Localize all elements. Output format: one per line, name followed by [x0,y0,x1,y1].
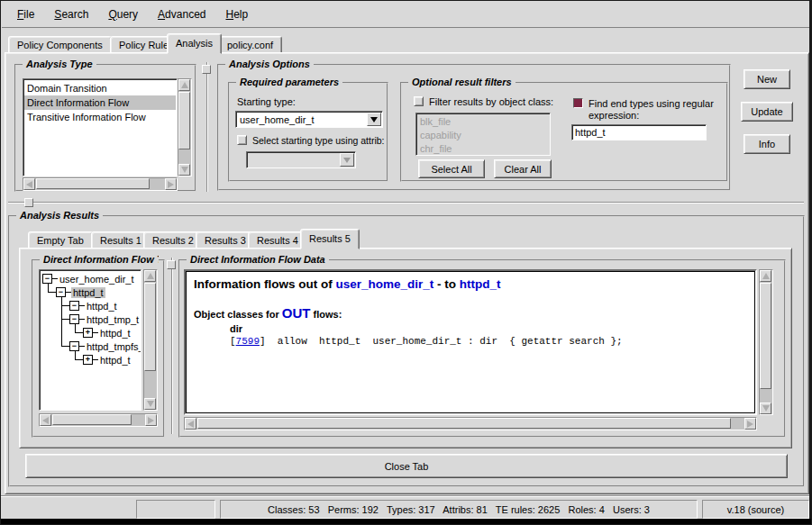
pane-sash-handle[interactable] [202,65,211,74]
starting-type-combobox[interactable]: user_home_dir_t [235,111,383,128]
analysis-type-list: Domain Transition Direct Information Flo… [23,78,178,177]
tree-node-label[interactable]: httpd_tmp_t [85,314,141,325]
menu-advanced[interactable]: Advanced [148,5,215,24]
collapse-icon[interactable]: − [69,314,79,324]
tree-node-label[interactable]: httpd_t [98,328,132,339]
pane-sash-handle[interactable] [24,198,33,207]
tree-node-label[interactable]: httpd_tmpfs_t [85,341,141,352]
tab-results-5[interactable]: Results 5 [300,229,360,249]
tab-results-3[interactable]: Results 3 [196,231,255,249]
tab-policy-components[interactable]: Policy Components [8,36,112,53]
filter-by-class-checkbox[interactable] [414,96,424,106]
tree-node[interactable]: + httpd_t [83,353,132,367]
scroll-right-icon[interactable] [165,178,177,190]
expand-icon[interactable]: + [83,328,93,338]
object-class-item: blk_file [417,115,549,129]
filter-by-class-checkbox-row[interactable]: Filter results by object class: [414,96,553,107]
list-item-direct-information-flow[interactable]: Direct Information Flow [24,95,176,110]
scroll-right-icon[interactable] [744,418,756,430]
list-item-transitive-information-flow[interactable]: Transitive Information Flow [24,110,176,124]
scroll-thumb[interactable] [52,414,132,425]
scroll-down-icon[interactable] [144,398,156,410]
scroll-left-icon[interactable] [40,414,51,426]
scroll-thumb[interactable] [197,418,731,429]
window-border [1,519,811,524]
new-button[interactable]: New [744,69,790,89]
required-parameters-legend: Required parameters [236,77,342,87]
update-button[interactable]: Update [741,102,793,122]
tree-node-label[interactable]: user_home_dir_t [58,274,136,285]
menu-search[interactable]: Search [44,5,98,24]
scroll-down-icon[interactable] [178,164,190,176]
scroll-right-icon[interactable] [145,414,157,426]
expand-icon[interactable]: + [83,355,93,365]
tree-node[interactable]: − httpd_t [56,285,105,299]
tab-analysis[interactable]: Analysis [167,33,222,54]
regex-checkbox[interactable] [573,98,583,108]
flow-tree-legend: Direct Information Flow T [40,254,159,265]
close-tab-button[interactable]: Close Tab [25,454,788,478]
tree-node-label[interactable]: httpd_t [85,301,119,312]
scroll-thumb[interactable] [178,92,190,149]
object-classes-line: Object classes for OUT flows: [194,305,747,321]
scroll-thumb[interactable] [760,283,771,389]
scroll-up-icon[interactable] [144,270,156,282]
list-item-domain-transition[interactable]: Domain Transition [24,81,176,95]
tab-policy-conf[interactable]: policy.conf [218,36,282,53]
object-class-item: capability [417,129,549,142]
results-sash-handle[interactable] [167,260,176,269]
collapse-icon[interactable]: − [56,287,66,297]
window-border [809,1,811,524]
regex-input[interactable] [571,124,707,140]
tab-empty-tab[interactable]: Empty Tab [28,231,93,249]
pane-sash-horizontal[interactable] [8,202,804,204]
scroll-left-icon[interactable] [185,418,196,430]
collapse-icon[interactable]: − [42,274,52,284]
flow-data-vscrollbar[interactable] [759,269,773,415]
menu-query[interactable]: Query [98,5,148,24]
tree-node[interactable]: − httpd_tmpfs_t [69,339,141,353]
object-class-list: blk_file capability chr_file [415,113,551,156]
menu-help[interactable]: Help [215,5,258,24]
clear-all-button[interactable]: Clear All [494,159,552,178]
tree-node[interactable]: + httpd_t [83,326,132,339]
tab-results-2[interactable]: Results 2 [143,231,203,249]
rule-line: [7599] allow httpd_t user_home_dir_t : d… [230,336,747,347]
tree-node[interactable]: − user_home_dir_t [42,272,136,285]
flow-tree-vscrollbar[interactable] [143,269,158,411]
object-class-item: chr_file [417,142,549,156]
flow-title: Information flows out of user_home_dir_t… [194,277,747,291]
pane-sash-vertical[interactable] [206,62,208,192]
flow-data-legend: Direct Information Flow Data [187,254,329,265]
starting-type-value: user_home_dir_t [236,114,366,125]
attrib-checkbox[interactable] [237,135,247,145]
scroll-up-icon[interactable] [760,270,771,282]
regex-checkbox-row[interactable]: Find end types using regular expression: [573,98,725,122]
scroll-thumb[interactable] [36,178,150,189]
tab-results-1[interactable]: Results 1 [91,231,151,249]
tree-node-label[interactable]: httpd_t [98,355,132,366]
tree-node[interactable]: − httpd_tmp_t [69,312,141,326]
flow-data-hscrollbar[interactable] [184,417,757,430]
scroll-down-icon[interactable] [760,403,771,414]
tree-node-label[interactable]: httpd_t [71,287,105,298]
scroll-up-icon[interactable] [178,79,190,91]
analysis-type-hscrollbar[interactable] [23,177,178,191]
results-sash-vertical[interactable] [171,258,173,434]
rule-id-link[interactable]: 7599 [236,336,260,347]
chevron-down-icon[interactable] [367,113,381,126]
scroll-thumb[interactable] [144,283,156,371]
collapse-icon[interactable]: − [69,301,79,311]
select-all-button[interactable]: Select All [418,159,485,178]
info-button[interactable]: Info [744,134,790,154]
tree-node[interactable]: − httpd_t [69,299,119,312]
status-panel-version: v.18 (source) [702,500,809,519]
collapse-icon[interactable]: − [69,341,79,351]
menu-file[interactable]: File [7,5,44,24]
analysis-type-vscrollbar[interactable] [178,78,192,177]
attrib-combobox [246,151,356,168]
flow-tree-hscrollbar[interactable] [39,413,158,427]
tab-results-4[interactable]: Results 4 [248,231,307,249]
attrib-checkbox-row[interactable]: Select starting type using attrib: [237,135,387,146]
scroll-left-icon[interactable] [23,178,35,190]
